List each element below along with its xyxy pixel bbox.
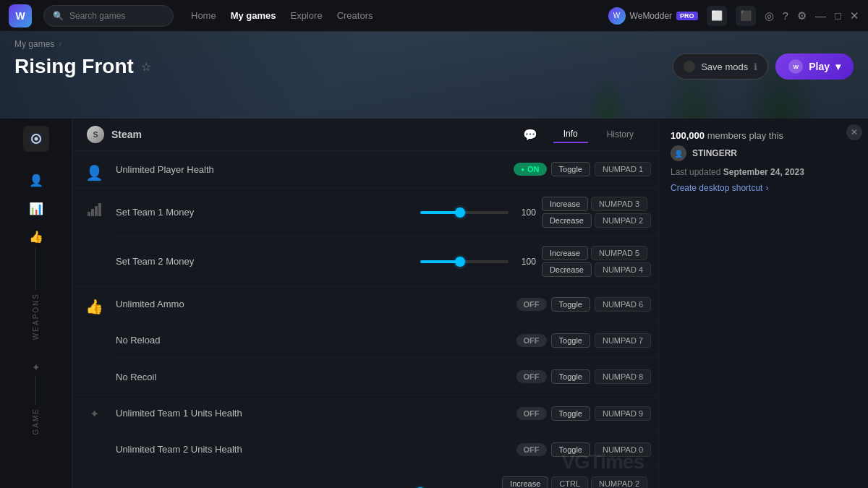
breadcrumb-parent[interactable]: My games — [14, 39, 54, 49]
key-ctrl-increase-speed[interactable]: CTRL — [551, 476, 588, 488]
slider-team2-money-value: 100 — [516, 257, 536, 267]
game-header: My games › Rising Front ☆ Save mods ℹ W … — [0, 32, 868, 119]
save-mods-button[interactable]: Save mods ℹ — [673, 53, 768, 80]
minimize-icon[interactable]: — — [815, 9, 826, 22]
key-toggle-t1health[interactable]: Toggle — [551, 406, 590, 421]
mod-item-unlimited-ammo: Unlimited Ammo OFF Toggle NUMPAD 6 — [116, 286, 658, 322]
key-increase-team1-money[interactable]: Increase — [542, 197, 588, 211]
sidebar-player-icon[interactable]: 👤 — [29, 174, 43, 187]
user-avatar: W — [608, 7, 626, 25]
mod-group-weapons: 👍 Unlimited Ammo OFF Toggle NUMPAD 6 No … — [72, 286, 658, 395]
mod-item-team2-units-health: Unlimited Team 2 Units Health OFF Toggle… — [116, 432, 658, 468]
key-increase-team2-money[interactable]: Increase — [542, 246, 588, 260]
breadcrumb-sep: › — [59, 39, 61, 49]
sidebar-money-icon[interactable]: 📊 — [29, 202, 43, 215]
save-mods-label: Save mods — [701, 61, 748, 72]
mod-group-game: ✦ Unlimited Team 1 Units Health OFF Togg… — [72, 395, 658, 488]
mod-group-money: Set Team 1 Money 100 — [72, 188, 658, 286]
mod-name-no-recoil: No Recoil — [116, 372, 516, 382]
mod-controls-team1-money: 100 Increase NUMPAD 3 Decrease — [420, 197, 651, 228]
maximize-icon[interactable]: □ — [835, 9, 841, 22]
nav-my-games[interactable]: My games — [231, 10, 276, 21]
key-decrease-team1-money[interactable]: Decrease — [542, 213, 592, 228]
key-numpad3-team1[interactable]: NUMPAD 3 — [591, 197, 647, 211]
key-toggle-t2health[interactable]: Toggle — [551, 442, 590, 457]
play-dropdown-icon: ▾ — [835, 61, 841, 72]
mod-name-team1-units-health: Unlimited Team 1 Units Health — [116, 408, 516, 419]
key-numpad2-speed[interactable]: NUMPAD 2 — [591, 476, 647, 488]
favorite-star-icon[interactable]: ☆ — [141, 60, 151, 74]
play-logo-icon: W — [788, 59, 803, 74]
settings-icon[interactable]: ⚙ — [797, 9, 807, 22]
key-numpad2-team1[interactable]: NUMPAD 2 — [595, 213, 651, 228]
members-count: 100,000 members play this — [671, 130, 856, 141]
nav-explore[interactable]: Explore — [291, 10, 323, 21]
user-name: WeModder — [630, 11, 672, 21]
close-icon[interactable]: ✕ — [850, 9, 859, 22]
content-scroll: S Steam 💬 Info History 👤 Unlimited Playe… — [72, 119, 658, 488]
game-title: Rising Front — [14, 55, 134, 78]
author-avatar: 👤 — [671, 145, 686, 161]
left-sidebar: 👤 📊 👍 Weapons ✦ Game — [0, 119, 72, 488]
steam-platform-icon[interactable] — [23, 126, 49, 152]
svg-rect-5 — [95, 206, 98, 216]
slider-team1-money[interactable]: 100 — [420, 207, 536, 218]
play-button[interactable]: W Play ▾ — [775, 53, 854, 80]
key-toggle-reload[interactable]: Toggle — [551, 333, 590, 348]
key-increase-speed[interactable]: Increase — [502, 476, 548, 488]
svg-rect-4 — [91, 209, 94, 216]
breadcrumb: My games › — [0, 32, 868, 49]
search-input[interactable] — [69, 11, 163, 21]
nav-creators[interactable]: Creators — [337, 10, 373, 21]
key-numpad6-ammo[interactable]: NUMPAD 6 — [595, 297, 651, 312]
mod-group-player: 👤 Unlimited Player Health ON Toggle NUMP… — [72, 151, 658, 188]
nav-home[interactable]: Home — [191, 10, 216, 21]
save-mods-toggle-icon — [684, 61, 695, 72]
chat-icon[interactable]: 💬 — [523, 128, 537, 142]
toggle-no-reload[interactable]: OFF — [516, 334, 547, 347]
toggle-team2-units-health[interactable]: OFF — [516, 443, 547, 456]
tab-info[interactable]: Info — [553, 126, 588, 143]
slider-team2-money[interactable]: 100 — [420, 257, 536, 267]
create-shortcut-link[interactable]: Create desktop shortcut › — [671, 183, 856, 193]
nav-right: W WeModder PRO ⬜ ⬛ ◎ ? ⚙ — □ ✕ — [608, 6, 859, 26]
save-mods-info-icon: ℹ — [754, 61, 757, 72]
key-numpad0-t2health[interactable]: NUMPAD 0 — [595, 442, 651, 457]
key-toggle-recoil[interactable]: Toggle — [551, 369, 590, 384]
search-box[interactable]: 🔍 — [43, 5, 174, 27]
weapons-mod-items: Unlimited Ammo OFF Toggle NUMPAD 6 No Re… — [116, 286, 658, 395]
toggle-no-recoil[interactable]: OFF — [516, 370, 547, 383]
platform-header: S Steam 💬 Info History — [72, 119, 658, 151]
mod-item-team1-money: Set Team 1 Money 100 — [116, 188, 658, 237]
top-nav: W 🔍 Home My games Explore Creators W WeM… — [0, 0, 868, 32]
tab-history[interactable]: History — [597, 127, 644, 142]
slider-team1-money-value: 100 — [516, 207, 536, 218]
mod-name-unlimited-ammo: Unlimited Ammo — [116, 299, 516, 309]
key-decrease-team2-money[interactable]: Decrease — [542, 262, 592, 277]
app-logo[interactable]: W — [9, 4, 32, 27]
toggle-team1-units-health[interactable]: OFF — [516, 407, 547, 420]
mod-controls-team1-units-health: OFF Toggle NUMPAD 9 — [516, 406, 651, 421]
sidebar-weapons-icon[interactable]: 👍 — [29, 230, 43, 244]
key-toggle-ammo[interactable]: Toggle — [551, 297, 590, 312]
key-numpad1-player-health[interactable]: NUMPAD 1 — [595, 162, 651, 176]
info-close-button[interactable]: ✕ — [846, 124, 862, 140]
play-label: Play — [809, 61, 830, 72]
help-icon[interactable]: ? — [783, 9, 788, 22]
toggle-unlimited-player-health[interactable]: ON — [514, 163, 546, 176]
sidebar-game-label: Game — [32, 408, 40, 435]
sidebar-game-icon[interactable]: ✦ — [32, 361, 41, 373]
discord-icon[interactable]: ◎ — [765, 9, 774, 22]
key-numpad7-reload[interactable]: NUMPAD 7 — [595, 333, 651, 348]
game-group-icon: ✦ — [72, 395, 116, 488]
key-toggle-player-health[interactable]: Toggle — [551, 162, 590, 176]
toggle-unlimited-ammo[interactable]: OFF — [516, 298, 547, 311]
last-updated: Last updated September 24, 2023 — [671, 167, 856, 177]
controller-icon[interactable]: ⬜ — [707, 6, 727, 26]
key-numpad9-t1health[interactable]: NUMPAD 9 — [595, 406, 651, 421]
key-numpad8-recoil[interactable]: NUMPAD 8 — [595, 369, 651, 384]
key-numpad5-team2[interactable]: NUMPAD 5 — [591, 246, 647, 260]
download-icon[interactable]: ⬛ — [736, 6, 756, 26]
money-mod-items: Set Team 1 Money 100 — [116, 188, 658, 286]
key-numpad4-team2[interactable]: NUMPAD 4 — [595, 262, 651, 277]
